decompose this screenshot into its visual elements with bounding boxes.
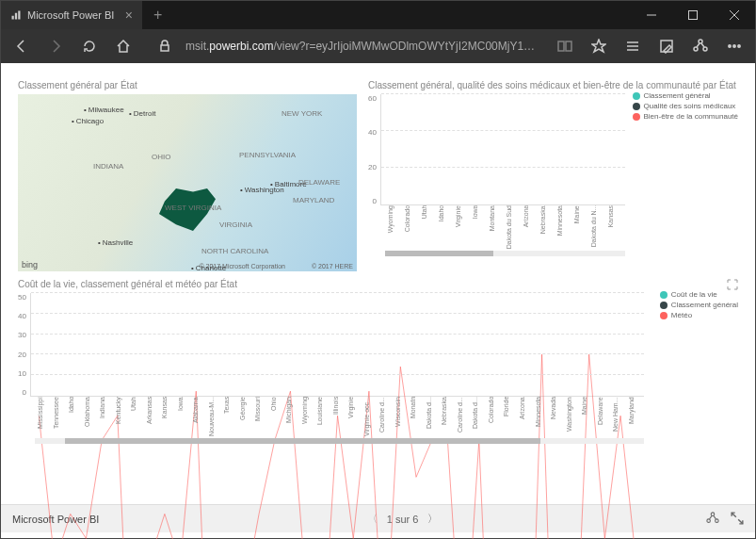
x-tick-label: Wisconsin (394, 397, 410, 436)
x-tick-label: Wyoming (387, 205, 403, 249)
x-tick-label: Colorado (488, 397, 503, 436)
plot-area[interactable] (30, 293, 644, 397)
map-state-label: OHIO (152, 153, 170, 161)
svg-point-15 (699, 40, 702, 43)
map-state-label: INDIANA (93, 162, 123, 171)
x-tick-label: Arizona (523, 205, 539, 249)
minimize-button[interactable] (631, 1, 672, 29)
tab-close-icon[interactable]: × (125, 8, 133, 23)
x-tick-label: Washington (566, 397, 581, 436)
x-tick-label: Kentucky (115, 397, 130, 436)
x-tick-label: Ohio (270, 397, 285, 436)
share-button[interactable] (706, 512, 719, 527)
x-tick-label: Virginie (455, 205, 471, 249)
reading-view-icon[interactable] (550, 31, 580, 61)
x-axis-labels: MississippiTennesseeIdahoOklahomaIndiana… (35, 397, 644, 436)
x-axis-labels: WyomingColoradoUtahIdahoVirginieIowaMont… (385, 205, 625, 249)
bottom-bar-chart[interactable]: Coût de la vie, classement général et mé… (18, 279, 738, 504)
report-canvas: Classement général par État bing © 2017 … (1, 63, 755, 504)
pager-next-button[interactable]: 〉 (427, 512, 438, 526)
more-icon[interactable] (719, 31, 749, 61)
svg-point-19 (733, 45, 735, 47)
x-tick-label: Oklahoma (84, 397, 99, 436)
x-tick-label: Missouri (254, 397, 269, 436)
home-button[interactable] (108, 31, 138, 61)
top-bar-chart[interactable]: Classement général, qualité des soins mé… (368, 80, 738, 271)
notes-icon[interactable] (651, 31, 682, 61)
close-button[interactable] (714, 1, 755, 29)
map-area[interactable]: bing © 2017 Microsoft Corporation © 2017… (18, 94, 357, 271)
x-tick-label: Minnesota (556, 205, 572, 249)
new-tab-button[interactable]: + (142, 7, 173, 24)
svg-line-25 (738, 519, 743, 524)
map-city-label: Chicago (72, 117, 104, 125)
svg-rect-4 (689, 11, 698, 20)
x-tick-label: Texas (223, 397, 238, 436)
fullscreen-button[interactable] (731, 512, 744, 527)
x-tick-label: Alabama (192, 397, 207, 436)
x-tick-label: Maine (581, 397, 596, 436)
svg-point-20 (738, 45, 740, 47)
brand-label: Microsoft Power BI (12, 514, 99, 525)
x-tick-label: Nebraska (441, 397, 456, 436)
y-axis: 50403020100 (18, 293, 30, 397)
x-tick-label: Dakota d... (472, 397, 487, 436)
x-tick-label: Montana (489, 205, 505, 249)
x-tick-label: Floride (503, 397, 518, 436)
svg-rect-8 (558, 41, 564, 51)
chart-scrollbar[interactable] (35, 438, 644, 444)
x-tick-label: Virginie occ... (363, 397, 378, 436)
map-city-label: Charlotte (191, 264, 226, 271)
x-tick-label: Utah (421, 205, 437, 249)
x-tick-label: Nevada (550, 397, 565, 436)
visual-title: Classement général, qualité des soins mé… (368, 80, 738, 90)
x-tick-label: New Ham... (612, 397, 627, 436)
svg-rect-0 (12, 16, 14, 20)
pager-label: 1 sur 6 (387, 514, 419, 525)
hub-icon[interactable] (618, 31, 648, 61)
x-tick-label: Michigan (285, 397, 300, 436)
map-attribution: © 2017 HERE (312, 263, 353, 270)
x-tick-label: Minnesota (535, 397, 550, 436)
title-bar: Microsoft Power BI × + (1, 1, 755, 29)
svg-rect-1 (15, 13, 17, 20)
bing-logo: bing (22, 260, 38, 270)
pager-prev-button[interactable]: 〈 (367, 512, 378, 526)
map-visual[interactable]: Classement général par État bing © 2017 … (18, 80, 357, 271)
svg-rect-9 (566, 41, 571, 51)
svg-point-21 (711, 512, 715, 515)
map-city-label: Detroit (129, 109, 155, 118)
x-tick-label: Caroline d... (457, 397, 472, 436)
map-state-label: DELAWARE (298, 178, 340, 187)
x-tick-label: Nebraska (539, 205, 555, 249)
maximize-button[interactable] (672, 1, 714, 29)
map-state-label: NEW YORK (281, 109, 322, 118)
x-tick-label: Indiana (99, 397, 114, 436)
back-button[interactable] (7, 31, 37, 61)
x-tick-label: Iowa (177, 397, 192, 436)
x-tick-label: Dakota d... (426, 397, 441, 436)
map-state-label: PENNSYLVANIA (239, 151, 296, 159)
address-bar[interactable]: msit.powerbi.com/view?r=eyJrIjoiMWMwODlm… (178, 40, 546, 53)
x-tick-label: Maine (573, 205, 589, 249)
svg-point-16 (694, 47, 698, 51)
x-tick-label: Maryland (628, 397, 643, 436)
x-tick-label: Kansas (161, 397, 176, 436)
x-tick-label: Illinois (332, 397, 347, 436)
tab-title: Microsoft Power BI (27, 9, 114, 21)
x-tick-label: Mississippi (37, 397, 52, 436)
plot-area[interactable] (380, 94, 625, 205)
forward-button[interactable] (40, 31, 71, 61)
browser-tab[interactable]: Microsoft Power BI × (1, 1, 142, 29)
share-icon[interactable] (685, 31, 716, 61)
svg-rect-2 (18, 11, 20, 20)
x-tick-label: Idaho (438, 205, 454, 249)
svg-point-23 (716, 518, 719, 522)
favorite-icon[interactable] (584, 31, 614, 61)
x-tick-label: Arkansas (146, 397, 161, 436)
chart-scrollbar[interactable] (385, 251, 625, 256)
refresh-button[interactable] (74, 31, 105, 61)
powerbi-icon (10, 9, 22, 21)
map-state-label: NORTH CAROLINA (201, 247, 268, 255)
map-city-label: Milwaukee (84, 106, 124, 114)
